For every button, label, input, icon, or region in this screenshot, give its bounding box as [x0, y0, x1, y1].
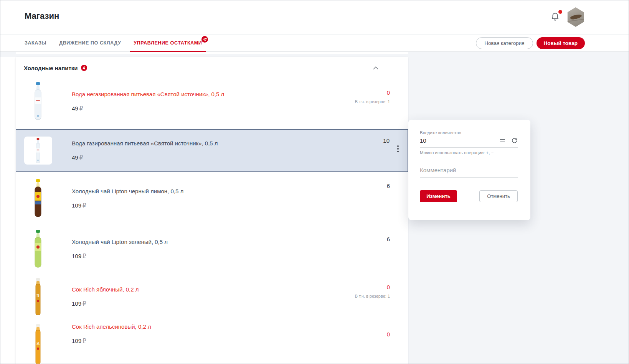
product-price: 49₽ [72, 105, 224, 112]
avatar-photo-detail [567, 19, 584, 22]
content-area: Холодные напитки 4 [0, 52, 629, 364]
currency-symbol: ₽ [79, 105, 83, 112]
product-title: Сок Rich яблочный, 0,2 л [72, 286, 139, 293]
product-price: 109₽ [72, 338, 151, 344]
price-value: 49 [72, 154, 78, 161]
stock-quantity: 0 [355, 284, 390, 290]
product-row-selected[interactable]: Вода газированная питьевая «Святой источ… [16, 129, 408, 172]
product-title: Сок Rich апельсиновый, 0,2 л [72, 323, 151, 330]
currency-symbol: ₽ [83, 253, 86, 259]
category-card: Холодные напитки 4 [16, 57, 408, 364]
price-value: 109 [72, 338, 81, 344]
edit-quantity-popup: Введите количество Можно использовать оп… [408, 120, 530, 220]
row-gap [16, 124, 408, 129]
tab-stock-management[interactable]: УПРАВЛЕНИЕ ОСТАТКАМИ 47 [134, 35, 202, 52]
product-title: Вода газированная питьевая «Святой источ… [72, 140, 218, 147]
quantity-input[interactable] [420, 137, 497, 144]
app-window: Магазин ЗАКАЗЫ ДВИЖЕНИЕ ПО СКЛАДУ УПРАВЛ… [0, 0, 629, 364]
product-row[interactable]: R Сок Rich апельсиновый, 0,2 л 109₽ 0 [16, 320, 408, 364]
product-image [24, 179, 52, 217]
product-row[interactable]: R Сок Rich яблочный, 0,2 л 109₽ 0 В т.ч.… [16, 273, 408, 320]
product-image [24, 137, 52, 165]
comment-input[interactable] [420, 167, 518, 178]
product-info: Сок Rich яблочный, 0,2 л 109₽ [72, 286, 139, 307]
avatar[interactable] [567, 7, 584, 27]
quantity-field [420, 135, 518, 148]
price-value: 49 [72, 105, 78, 112]
product-row[interactable]: Вода негазированная питьевая «Святой ист… [16, 79, 408, 124]
category-header[interactable]: Холодные напитки 4 [16, 57, 408, 79]
stock-quantity: 6 [387, 236, 390, 242]
product-price: 109₽ [72, 300, 139, 307]
currency-symbol: ₽ [79, 154, 83, 161]
kebab-menu-icon[interactable] [396, 145, 400, 153]
product-row[interactable]: Холодный чай Lipton черный лимон, 0,5 л … [16, 172, 408, 225]
currency-symbol: ₽ [83, 338, 86, 344]
popup-buttons: Изменить Отменить [420, 190, 518, 202]
tab-stock-movement[interactable]: ДВИЖЕНИЕ ПО СКЛАДУ [59, 35, 121, 52]
price-value: 109 [72, 253, 81, 259]
product-image-frame [24, 137, 52, 165]
tab-bar: ЗАКАЗЫ ДВИЖЕНИЕ ПО СКЛАДУ УПРАВЛЕНИЕ ОСТ… [0, 35, 629, 52]
reserve-note: В т.ч. в резерве: 1 [355, 99, 390, 104]
page-title: Магазин [25, 11, 59, 21]
product-image: R [24, 277, 52, 316]
equals-icon[interactable] [500, 139, 505, 142]
quantity-label: Введите количество [420, 130, 518, 135]
product-title: Холодный чай Lipton черный лимон, 0,5 л [72, 188, 183, 194]
header: Магазин [0, 0, 629, 35]
product-price: 109₽ [72, 202, 183, 209]
currency-symbol: ₽ [83, 300, 86, 307]
submit-button[interactable]: Изменить [420, 190, 457, 202]
product-title: Вода негазированная питьевая «Святой ист… [72, 91, 224, 97]
price-value: 109 [72, 300, 81, 307]
product-image: R [24, 323, 52, 364]
stock-quantity: 0 [355, 89, 390, 96]
previous-card-edge [16, 52, 408, 54]
stock-column: 0 В т.ч. в резерве: 1 [355, 284, 390, 298]
product-title: Холодный чай Lipton зеленый, 0,5 л [72, 239, 168, 245]
product-info: Вода газированная питьевая «Святой источ… [72, 140, 218, 161]
comment-field [420, 167, 518, 178]
chevron-up-icon[interactable] [372, 64, 380, 72]
bell-icon [550, 16, 560, 23]
product-info: Холодный чай Lipton черный лимон, 0,5 л … [72, 188, 183, 209]
category-count-badge: 4 [81, 65, 87, 71]
tab-label: ЗАКАЗЫ [25, 40, 46, 46]
tab-badge: 47 [201, 36, 208, 43]
refresh-icon[interactable] [511, 137, 518, 144]
product-image [24, 82, 52, 120]
stock-quantity: 6 [387, 183, 390, 189]
stock-quantity: 0 [387, 331, 390, 338]
stock-column: 10 [383, 137, 390, 144]
product-row[interactable]: Холодный чай Lipton зеленый, 0,5 л 109₽ … [16, 225, 408, 273]
stock-column: 6 [387, 236, 390, 242]
product-info: Сок Rich апельсиновый, 0,2 л 109₽ [72, 323, 151, 344]
quantity-helper-text: Можно использовать операции: +, − [420, 150, 518, 155]
stock-column: 0 [387, 331, 390, 338]
product-image [24, 230, 52, 268]
notification-dot [558, 10, 562, 14]
price-value: 109 [72, 202, 81, 209]
category-name: Холодные напитки [24, 65, 78, 71]
cancel-button[interactable]: Отменить [479, 190, 518, 202]
tab-label: ДВИЖЕНИЕ ПО СКЛАДУ [59, 40, 121, 46]
svg-text:R: R [36, 293, 40, 298]
new-category-button[interactable]: Новая категория [476, 37, 533, 49]
stock-column: 6 [387, 183, 390, 189]
new-product-button[interactable]: Новый товар [537, 37, 585, 49]
product-price: 49₽ [72, 154, 218, 161]
reserve-note: В т.ч. в резерве: 1 [355, 294, 390, 298]
product-price: 109₽ [72, 253, 168, 260]
stock-quantity: 10 [383, 137, 390, 144]
tab-label: УПРАВЛЕНИЕ ОСТАТКАМИ [134, 40, 202, 46]
product-info: Холодный чай Lipton зеленый, 0,5 л 109₽ [72, 239, 168, 260]
stock-column: 0 В т.ч. в резерве: 1 [355, 89, 390, 104]
tab-orders[interactable]: ЗАКАЗЫ [25, 35, 46, 52]
notifications-button[interactable] [550, 12, 560, 22]
product-info: Вода негазированная питьевая «Святой ист… [72, 91, 224, 112]
header-actions: Новая категория Новый товар [476, 37, 585, 49]
currency-symbol: ₽ [83, 202, 86, 209]
svg-text:R: R [36, 340, 40, 346]
